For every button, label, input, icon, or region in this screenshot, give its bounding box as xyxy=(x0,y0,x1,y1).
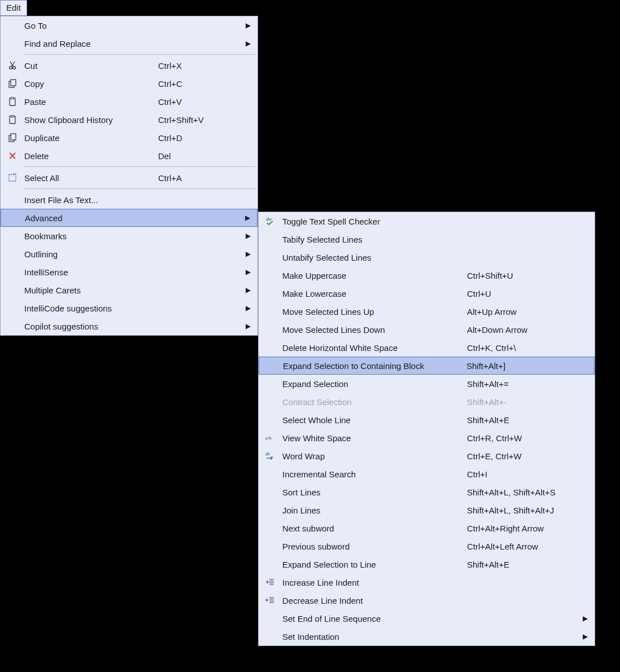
submenu-arrow-icon: ▶ xyxy=(242,322,251,330)
menu-item-findreplace[interactable]: Find and Replace▶ xyxy=(1,34,257,52)
submenu-arrow-icon: ▶ xyxy=(242,304,251,312)
menu-item-viewws[interactable]: View White SpaceCtrl+R, Ctrl+W xyxy=(259,429,595,447)
menu-item-label: Toggle Text Spell Checker xyxy=(282,217,457,226)
menu-item-label: Word Wrap xyxy=(282,451,457,461)
menu-item-selline[interactable]: Select Whole LineShift+Alt+E xyxy=(259,411,595,429)
menubar: Edit xyxy=(0,0,620,16)
menu-item-label: Insert File As Text... xyxy=(24,195,148,205)
menu-item-label: Copy xyxy=(24,79,148,89)
menu-item-expsel[interactable]: Expand SelectionShift+Alt+= xyxy=(259,375,595,393)
delete-icon xyxy=(1,151,24,161)
submenu-arrow-icon: ▶ xyxy=(242,268,251,276)
submenu-arrow-icon: ▶ xyxy=(241,214,250,222)
menu-item-nextsub[interactable]: Next subwordCtrl+Alt+Right Arrow xyxy=(259,519,595,537)
menu-item-label: Show Clipboard History xyxy=(24,115,148,125)
menu-item-incsearch[interactable]: Incremental SearchCtrl+I xyxy=(259,465,595,483)
menu-item-duplicate[interactable]: DuplicateCtrl+D xyxy=(1,129,257,147)
indentinc-icon xyxy=(259,577,282,587)
menu-item-label: View White Space xyxy=(282,433,457,443)
menu-item-spellcheck[interactable]: Toggle Text Spell Checker xyxy=(259,212,595,230)
menu-item-label: Move Selected Lines Up xyxy=(282,307,457,317)
menu-item-label: Paste xyxy=(24,97,148,107)
menu-item-copilot[interactable]: Copilot suggestions▶ xyxy=(1,317,257,335)
menu-item-shortcut: Shift+Alt+] xyxy=(456,361,578,371)
menu-item-label: IntelliSense xyxy=(24,267,148,277)
menu-item-selectall[interactable]: Select AllCtrl+A xyxy=(1,169,257,187)
menu-item-decindent[interactable]: Decrease Line Indent xyxy=(259,591,595,609)
menu-item-goto[interactable]: Go To▶ xyxy=(1,16,257,34)
menu-item-expblock[interactable]: Expand Selection to Containing BlockShif… xyxy=(259,357,595,375)
menu-item-prevsub[interactable]: Previous subwordCtrl+Alt+Left Arrow xyxy=(259,537,595,555)
menu-item-label: Bookmarks xyxy=(24,231,148,241)
menu-separator xyxy=(24,188,255,189)
menubar-edit[interactable]: Edit xyxy=(0,0,27,16)
menu-item-multcarets[interactable]: Multiple Carets▶ xyxy=(1,281,257,299)
menu-item-intellicode[interactable]: IntelliCode suggestions▶ xyxy=(1,299,257,317)
menu-item-label: Set Indentation xyxy=(282,632,457,642)
menu-item-label: Select All xyxy=(24,173,148,183)
menu-item-label: Multiple Carets xyxy=(24,286,148,295)
menu-item-label: Expand Selection to Line xyxy=(282,560,457,569)
menu-item-label: Expand Selection xyxy=(282,379,457,389)
submenu-arrow-icon: ▶ xyxy=(242,232,251,240)
menu-item-label: Tabify Selected Lines xyxy=(282,235,457,244)
menu-item-incindent[interactable]: Increase Line Indent xyxy=(259,573,595,591)
submenu-arrow-icon: ▶ xyxy=(242,21,251,29)
menu-item-shortcut: Ctrl+A xyxy=(148,173,242,183)
menu-item-wrap[interactable]: Word WrapCtrl+E, Ctrl+W xyxy=(259,447,595,465)
menu-item-shortcut: Ctrl+U xyxy=(457,289,579,298)
menu-item-eolseq[interactable]: Set End of Line Sequence▶ xyxy=(259,609,595,627)
menu-item-upper[interactable]: Make UppercaseCtrl+Shift+U xyxy=(259,266,595,284)
menu-item-lower[interactable]: Make LowercaseCtrl+U xyxy=(259,284,595,302)
menu-item-label: Make Uppercase xyxy=(282,271,457,280)
menu-item-label: IntelliCode suggestions xyxy=(24,304,148,313)
menu-item-bookmarks[interactable]: Bookmarks▶ xyxy=(1,227,257,245)
menu-item-shortcut: Shift+Alt+- xyxy=(457,397,579,407)
menu-separator xyxy=(24,54,255,55)
menu-item-shortcut: Shift+Alt+E xyxy=(457,560,579,569)
spell-icon xyxy=(259,216,282,226)
menu-item-shortcut: Ctrl+D xyxy=(148,133,242,143)
selectall-icon xyxy=(1,173,24,183)
menu-item-join[interactable]: Join LinesShift+Alt+L, Shift+Alt+J xyxy=(259,501,595,519)
menu-item-contract: Contract SelectionShift+Alt+- xyxy=(259,393,595,411)
menu-item-setindent[interactable]: Set Indentation▶ xyxy=(259,627,595,645)
menu-item-label: Sort Lines xyxy=(282,487,457,497)
menu-item-label: Incremental Search xyxy=(282,469,457,479)
menu-item-delws[interactable]: Delete Horizontal White SpaceCtrl+K, Ctr… xyxy=(259,339,595,357)
menu-item-cut[interactable]: CutCtrl+X xyxy=(1,56,257,74)
menu-item-outlining[interactable]: Outlining▶ xyxy=(1,245,257,263)
menu-item-label: Duplicate xyxy=(24,133,148,143)
menu-item-tabify[interactable]: Tabify Selected Lines xyxy=(259,230,595,248)
menu-item-shortcut: Shift+Alt+L, Shift+Alt+S xyxy=(457,487,579,497)
menu-item-exptoline[interactable]: Expand Selection to LineShift+Alt+E xyxy=(259,555,595,573)
menu-item-label: Make Lowercase xyxy=(282,289,457,298)
menu-item-shortcut: Ctrl+R, Ctrl+W xyxy=(457,433,579,443)
menu-item-shortcut: Ctrl+X xyxy=(148,61,242,71)
menu-item-label: Increase Line Indent xyxy=(282,578,457,587)
copy-icon xyxy=(1,133,24,143)
menu-item-copy[interactable]: CopyCtrl+C xyxy=(1,74,257,93)
menu-item-insertfile[interactable]: Insert File As Text... xyxy=(1,191,257,209)
menu-item-untabify[interactable]: Untabify Selected Lines xyxy=(259,248,595,266)
menu-item-label: Cut xyxy=(24,61,148,71)
menu-item-cliphist[interactable]: Show Clipboard HistoryCtrl+Shift+V xyxy=(1,111,257,129)
cut-icon xyxy=(1,60,24,71)
menu-item-label: Next subword xyxy=(282,524,457,533)
menu-item-advanced[interactable]: Advanced▶ xyxy=(1,209,257,227)
menu-item-moveup[interactable]: Move Selected Lines UpAlt+Up Arrow xyxy=(259,302,595,320)
menu-item-shortcut: Alt+Down Arrow xyxy=(457,325,579,335)
menu-item-paste[interactable]: PasteCtrl+V xyxy=(1,93,257,111)
menu-item-intellisense[interactable]: IntelliSense▶ xyxy=(1,263,257,281)
menu-item-sort[interactable]: Sort LinesShift+Alt+L, Shift+Alt+S xyxy=(259,483,595,501)
menu-item-label: Select Whole Line xyxy=(282,415,457,425)
menu-item-shortcut: Ctrl+K, Ctrl+\ xyxy=(457,343,579,353)
menu-item-delete[interactable]: DeleteDel xyxy=(1,147,257,165)
paste-icon xyxy=(1,115,24,125)
menu-item-label: Contract Selection xyxy=(282,397,457,407)
menu-item-shortcut: Ctrl+I xyxy=(457,469,579,479)
viewws-icon xyxy=(259,433,282,443)
wrap-icon xyxy=(259,451,282,461)
menu-item-movedown[interactable]: Move Selected Lines DownAlt+Down Arrow xyxy=(259,320,595,339)
indentdec-icon xyxy=(259,595,282,605)
